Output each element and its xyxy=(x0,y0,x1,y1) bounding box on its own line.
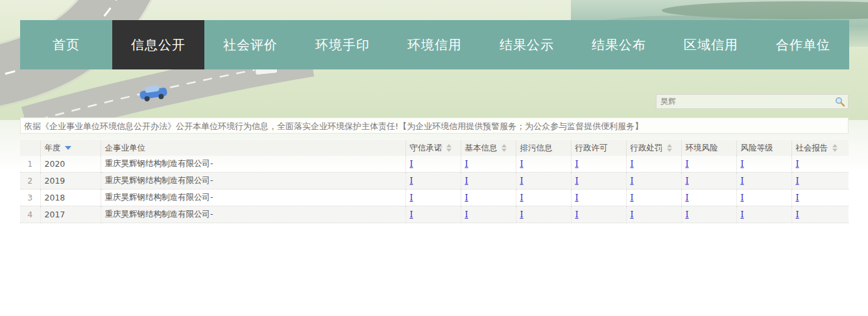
header-basic-info[interactable]: 基本信息 xyxy=(461,140,516,156)
cell-year: 2018 xyxy=(40,189,101,206)
nav-item-result-publicity[interactable]: 结果公示 xyxy=(481,20,573,69)
link-administrative-permit[interactable]: I xyxy=(575,176,579,186)
cell-integrity-commitment: I xyxy=(405,189,461,206)
header-label: 年度 xyxy=(45,143,61,152)
header-label: 基本信息 xyxy=(465,143,498,152)
main-nav: 首页信息公开社会评价环境手印环境信用结果公示结果公布区域信用合作单位 xyxy=(20,20,849,69)
search-bar xyxy=(656,94,849,109)
sort-updown-icon[interactable] xyxy=(667,144,672,152)
header-administrative-penalty[interactable]: 行政处罚 xyxy=(626,140,681,156)
cell-administrative-penalty: I xyxy=(626,189,681,206)
cell-administrative-penalty: I xyxy=(626,173,681,189)
link-pollution-discharge-info[interactable]: I xyxy=(520,193,524,202)
nav-item-partners[interactable]: 合作单位 xyxy=(757,20,849,69)
link-administrative-penalty[interactable]: I xyxy=(631,193,634,202)
nav-item-regional-credit[interactable]: 区域信用 xyxy=(665,20,757,69)
search-input[interactable] xyxy=(657,97,835,106)
nav-item-env-handprint[interactable]: 环境手印 xyxy=(296,20,389,69)
link-administrative-penalty[interactable]: I xyxy=(631,176,634,186)
link-env-risk[interactable]: I xyxy=(686,176,689,186)
link-risk-level[interactable]: I xyxy=(741,210,744,219)
sort-updown-icon[interactable] xyxy=(501,144,507,152)
sort-desc-icon[interactable] xyxy=(65,146,71,150)
link-env-risk[interactable]: I xyxy=(686,210,689,219)
link-env-risk[interactable]: I xyxy=(686,193,689,202)
nav-item-social-evaluation[interactable]: 社会评价 xyxy=(204,20,296,69)
cell-enterprise: 重庆昊辉钢结构制造有限公司- xyxy=(101,206,405,223)
link-risk-level[interactable]: I xyxy=(741,176,744,186)
link-basic-info[interactable]: I xyxy=(465,210,468,219)
header-administrative-permit: 行政许可 xyxy=(571,140,626,156)
cell-administrative-permit: I xyxy=(571,173,626,189)
link-pollution-discharge-info[interactable]: I xyxy=(520,210,524,219)
sort-updown-icon[interactable] xyxy=(446,144,452,152)
cell-pollution-discharge-info: I xyxy=(516,206,571,223)
cell-basic-info: I xyxy=(461,189,516,206)
link-administrative-penalty[interactable]: I xyxy=(631,159,634,169)
nav-item-result-announcement[interactable]: 结果公布 xyxy=(573,20,665,69)
link-env-risk[interactable]: I xyxy=(686,159,689,169)
link-basic-info[interactable]: I xyxy=(465,193,468,202)
cell-pollution-discharge-info: I xyxy=(516,189,571,206)
cell-basic-info: I xyxy=(461,173,516,189)
cell-administrative-penalty: I xyxy=(626,156,681,173)
cell-risk-level: I xyxy=(736,173,791,189)
header-label: 守信承诺 xyxy=(410,143,442,152)
nav-item-info-disclosure[interactable]: 信息公开 xyxy=(112,20,204,69)
header-env-risk: 环境风险 xyxy=(681,140,736,156)
cell-year: 2017 xyxy=(40,206,101,223)
cell-pollution-discharge-info: I xyxy=(516,156,571,173)
table-row: 42017重庆昊辉钢结构制造有限公司-IIIIIIII xyxy=(20,206,849,223)
cell-year: 2020 xyxy=(40,156,101,173)
link-administrative-permit[interactable]: I xyxy=(575,193,579,202)
link-integrity-commitment[interactable]: I xyxy=(410,159,413,169)
header-label: 风险等级 xyxy=(741,143,773,152)
cell-risk-level: I xyxy=(736,206,791,223)
header-index xyxy=(20,140,40,156)
cell-enterprise: 重庆昊辉钢结构制造有限公司- xyxy=(101,156,405,173)
nav-item-env-credit[interactable]: 环境信用 xyxy=(389,20,481,69)
link-social-report[interactable]: I xyxy=(796,193,799,202)
nav-item-home[interactable]: 首页 xyxy=(20,20,112,69)
cell-social-report: I xyxy=(791,173,849,189)
link-risk-level[interactable]: I xyxy=(741,193,744,202)
cell-administrative-permit: I xyxy=(571,189,626,206)
link-basic-info[interactable]: I xyxy=(465,159,468,169)
link-risk-level[interactable]: I xyxy=(741,159,744,169)
link-basic-info[interactable]: I xyxy=(465,176,468,186)
cell-risk-level: I xyxy=(736,156,791,173)
link-administrative-penalty[interactable]: I xyxy=(631,210,634,219)
link-social-report[interactable]: I xyxy=(796,210,799,219)
link-integrity-commitment[interactable]: I xyxy=(410,193,413,202)
row-index: 2 xyxy=(20,173,40,189)
link-administrative-permit[interactable]: I xyxy=(575,210,579,219)
row-index: 4 xyxy=(20,206,40,223)
header-label: 环境风险 xyxy=(686,143,718,152)
header-year[interactable]: 年度 xyxy=(40,140,101,156)
header-integrity-commitment[interactable]: 守信承诺 xyxy=(405,140,461,156)
link-pollution-discharge-info[interactable]: I xyxy=(520,176,524,186)
cell-basic-info: I xyxy=(461,206,516,223)
table-header-row: 年度企事业单位守信承诺基本信息排污信息行政许可行政处罚环境风险风险等级社会报告 xyxy=(20,140,849,156)
notice-banner: 依据《企业事业单位环境信息公开办法》公开本单位环境行为信息，全面落实企业环境保护… xyxy=(20,117,849,134)
link-integrity-commitment[interactable]: I xyxy=(410,176,413,186)
row-index: 3 xyxy=(20,189,40,206)
sort-updown-icon[interactable] xyxy=(832,144,838,152)
link-administrative-permit[interactable]: I xyxy=(575,159,579,169)
link-social-report[interactable]: I xyxy=(796,159,799,169)
header-label: 行政处罚 xyxy=(631,143,663,152)
row-index: 1 xyxy=(20,156,40,173)
cell-basic-info: I xyxy=(461,156,516,173)
cell-pollution-discharge-info: I xyxy=(516,173,571,189)
cell-administrative-permit: I xyxy=(571,206,626,223)
search-icon[interactable] xyxy=(835,97,845,107)
cell-social-report: I xyxy=(791,189,849,206)
link-pollution-discharge-info[interactable]: I xyxy=(520,159,524,169)
table-row: 22019重庆昊辉钢结构制造有限公司-IIIIIIII xyxy=(20,173,849,189)
cell-env-risk: I xyxy=(681,189,736,206)
link-social-report[interactable]: I xyxy=(796,176,799,186)
header-label: 行政许可 xyxy=(575,143,608,152)
header-label: 社会报告 xyxy=(796,143,828,152)
header-social-report[interactable]: 社会报告 xyxy=(791,140,849,156)
link-integrity-commitment[interactable]: I xyxy=(410,210,413,219)
